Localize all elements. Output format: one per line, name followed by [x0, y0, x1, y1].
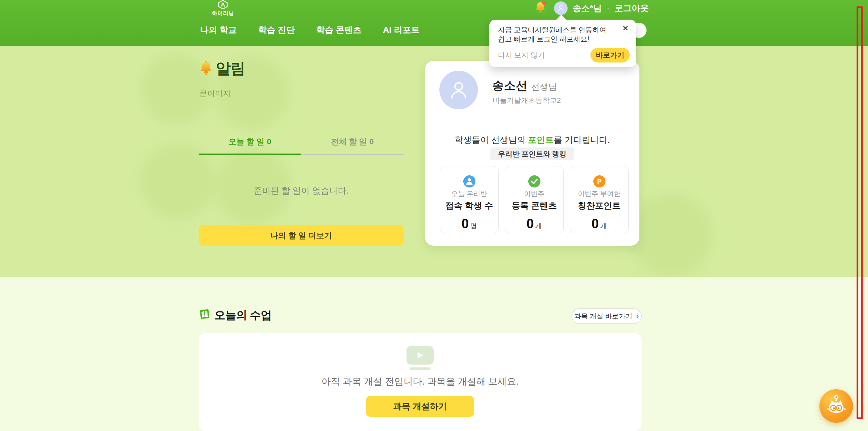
stat-card-connected-students: 오늘 우리반 접속 학생 수 0명 [440, 166, 499, 233]
create-subject-button[interactable]: 과목 개설하기 [366, 396, 474, 417]
todo-empty-text: 준비된 할 일이 없습니다. [199, 185, 404, 196]
nav-item-learning-contents[interactable]: 학습 콘텐츠 [316, 24, 361, 36]
logout-button[interactable]: 로그아웃 [614, 2, 649, 14]
notice-title-row: 알림 [199, 59, 245, 79]
teacher-honorific: 선생님 [531, 81, 557, 92]
separator-dot: · [607, 3, 609, 13]
dismiss-forever-button[interactable]: 다시 보지 않기 [498, 50, 545, 60]
tab-count: 0 [369, 137, 374, 146]
play-icon [418, 352, 423, 359]
video-placeholder-bar [410, 367, 430, 370]
logo-label: 하이러닝 [211, 10, 234, 17]
today-class-title: 오늘의 수업 [214, 308, 272, 323]
tab-label: 오늘 할 일 [229, 137, 264, 146]
nav-item-my-school[interactable]: 나의 학교 [200, 24, 237, 36]
popup-message: 지금 교육디지털원패스를 연동하여 쉽고 빠르게 로그인 해보세요! [498, 25, 606, 44]
stat-value: 0 [462, 216, 469, 231]
hi-learning-logo-icon [211, 0, 234, 9]
stat-value: 0 [592, 216, 599, 231]
stat-label-line2: 접속 학생 수 [440, 200, 498, 211]
today-class-card: 아직 과목 개설 전입니다. 과목을 개설해 보세요. 과목 개설하기 [199, 333, 642, 431]
stat-label-line1: 이번주 [505, 189, 563, 199]
background-blob [629, 193, 713, 277]
top-header: 하이러닝 나의 학교 학습 진단 학습 콘텐츠 AI 리포트 [0, 0, 868, 46]
points-message: 학생들이 선생님의 포인트를 기다립니다. [425, 134, 639, 146]
hi-learning-logo[interactable]: 하이러닝 [211, 0, 234, 17]
stat-unit: 명 [470, 222, 477, 230]
profile-avatar [439, 71, 478, 109]
stat-label-line1: 오늘 우리반 [440, 189, 498, 199]
tab-today-todo[interactable]: 오늘 할 일0 [199, 136, 301, 155]
point-icon: P [570, 175, 628, 188]
mascot-chat-button[interactable] [819, 389, 853, 423]
stat-value: 0 [527, 216, 534, 231]
popup-message-line1: 지금 교육디지털원패스를 연동하여 [498, 25, 606, 34]
main-nav: 나의 학교 학습 진단 학습 콘텐츠 AI 리포트 [200, 24, 420, 36]
notification-bell-icon[interactable] [534, 0, 547, 16]
points-message-pre: 학생들이 선생님의 [455, 135, 528, 145]
user-icon [440, 175, 498, 188]
notice-title: 알림 [216, 59, 245, 79]
class-points-ranking-button[interactable]: 우리반 포인트와 랭킹 [490, 147, 574, 160]
nav-item-learning-diagnosis[interactable]: 학습 진단 [258, 24, 295, 36]
video-placeholder-icon [406, 346, 434, 370]
header-avatar[interactable] [554, 1, 568, 15]
stat-label-line1: 이번주 부여한 [570, 189, 628, 199]
notice-subtitle: 큰이미지 [199, 88, 231, 99]
today-class-empty-text: 아직 과목 개설 전입니다. 과목을 개설해 보세요. [199, 375, 642, 388]
check-icon [505, 175, 563, 188]
todo-tabs: 오늘 할 일0 전체 할 일0 [199, 136, 404, 155]
chevron-right-icon: › [636, 312, 639, 320]
tab-label: 전체 할 일 [331, 137, 367, 146]
nav-item-ai-report[interactable]: AI 리포트 [383, 24, 420, 36]
teacher-name: 송소선 [492, 78, 528, 94]
user-name-masked[interactable]: 송소*님 [573, 2, 602, 14]
tab-count: 0 [267, 137, 271, 146]
stat-value-row: 0개 [570, 216, 628, 231]
stat-card-praise-points: P 이번주 부여한 칭찬포인트 0개 [570, 166, 629, 233]
active-tab-underline [199, 154, 301, 155]
teacher-profile-card: 송소선 선생님 비둘기날개초등학교2 학생들이 선생님의 포인트를 기다립니다.… [425, 61, 639, 246]
my-todo-more-button[interactable]: 나의 할 일 더보기 [199, 225, 404, 246]
school-name: 비둘기날개초등학교2 [493, 96, 561, 105]
header-user-menu: 송소*님 · 로그아웃 [573, 2, 649, 14]
close-icon[interactable]: × [623, 23, 628, 33]
open-subject-link-label: 과목 개설 바로가기 [574, 312, 633, 321]
cat-mascot-icon [824, 394, 848, 419]
today-class-header: 오늘의 수업 [199, 308, 272, 323]
notification-badge [542, 1, 546, 5]
onepass-go-button[interactable]: 바로가기 [590, 48, 630, 62]
stat-value-row: 0명 [440, 216, 498, 231]
stat-unit: 개 [535, 222, 542, 230]
points-message-highlight: 포인트 [528, 135, 554, 145]
open-subject-link-button[interactable]: 과목 개설 바로가기 › [572, 309, 642, 324]
stat-label-line2: 칭찬포인트 [570, 200, 628, 211]
stat-label-line2: 등록 콘텐츠 [505, 200, 563, 211]
stat-card-registered-contents: 이번주 등록 콘텐츠 0개 [505, 166, 564, 233]
bell-icon [199, 60, 214, 77]
points-message-post: 를 기다립니다. [554, 135, 610, 145]
onepass-login-popup: 지금 교육디지털원패스를 연동하여 쉽고 빠르게 로그인 해보세요! × 다시 … [489, 20, 636, 67]
profile-name-row: 송소선 선생님 [492, 78, 557, 94]
popup-message-line2: 쉽고 빠르게 로그인 해보세요! [498, 34, 606, 44]
stat-value-row: 0개 [505, 216, 563, 231]
book-icon [199, 309, 211, 322]
page-scrollbar[interactable] [857, 6, 863, 419]
tab-all-todo[interactable]: 전체 할 일0 [301, 136, 404, 155]
stat-unit: 개 [600, 222, 607, 230]
svg-text:P: P [597, 178, 602, 185]
header-user-area: 송소*님 · 로그아웃 [534, 0, 649, 16]
